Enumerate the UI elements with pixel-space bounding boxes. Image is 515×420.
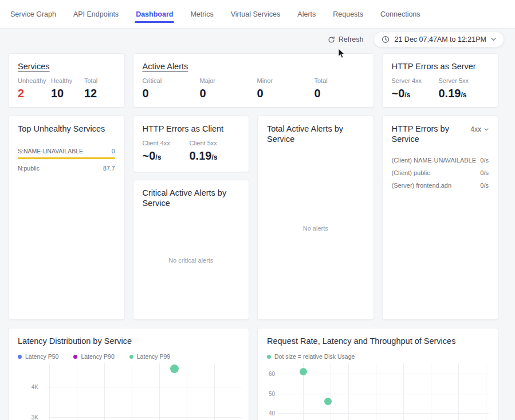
- request-rate-chart-title: Request Rate, Latency and Throughput of …: [267, 336, 489, 346]
- latency-legend: Latency P50 Latency P90 Latency P99: [18, 353, 239, 360]
- grid-line: [49, 387, 242, 387]
- total-alerts-card: Total Active Alerts by Service No alerts: [257, 116, 374, 320]
- services-card: Services Unhealthy 2 Healthy 10 Total 12: [8, 53, 125, 108]
- active-alerts-card: Active Alerts Critical 0 Major 0 Minor 0…: [133, 53, 374, 108]
- dashboard-page: Service Graph API Endpoints Dashboard Me…: [0, 0, 515, 420]
- stat-value-number: ~0: [392, 87, 405, 100]
- tab-metrics[interactable]: Metrics: [190, 0, 213, 28]
- tab-virtual-services[interactable]: Virtual Services: [231, 0, 281, 28]
- stat-value: 10: [51, 87, 84, 100]
- http-errors-server-title: HTTP Errors as Server: [392, 61, 489, 72]
- stat-client-4xx: Client 4xx ~0/s: [143, 140, 190, 163]
- stat-value-number: 0.19: [439, 87, 461, 100]
- stat-label: Minor: [257, 77, 314, 84]
- http-errors-server-stats: Server 4xx ~0/s Server 5xx 0.19/s: [392, 77, 489, 100]
- stat-client-5xx: Client 5xx 0.19/s: [190, 140, 237, 163]
- refresh-button[interactable]: Refresh: [328, 35, 364, 43]
- clock-icon: [382, 35, 390, 43]
- y-axis-tick: 3K: [18, 414, 38, 420]
- latency-chart: 4K 3K: [18, 363, 239, 420]
- http-errors-server-card: HTTP Errors as Server Server 4xx ~0/s Se…: [382, 53, 499, 108]
- request-rate-card: Request Rate, Latency and Throughput of …: [257, 328, 498, 420]
- stat-total-services: Total 12: [84, 77, 117, 100]
- service-rate: 0/s: [480, 169, 489, 176]
- stat-value: 0: [143, 87, 200, 100]
- card-header: HTTP Errors by Service 4xx: [392, 124, 489, 144]
- stat-value: 0.19/s: [190, 149, 237, 163]
- http-errors-client-stats: Client 4xx ~0/s Client 5xx 0.19/s: [143, 140, 240, 163]
- stat-server-4xx: Server 4xx ~0/s: [392, 77, 439, 100]
- y-axis-tick: 60: [267, 371, 275, 377]
- column-stack: HTTP Errors as Client Client 4xx ~0/s Cl…: [133, 116, 250, 320]
- scatter-point-p99[interactable]: [170, 364, 179, 373]
- stat-healthy: Healthy 10: [51, 77, 84, 100]
- stat-value-unit: /s: [404, 91, 410, 99]
- grid-lines: [49, 363, 242, 420]
- empty-state-text: No critical alerts: [143, 208, 240, 312]
- service-value: 87.7: [103, 165, 115, 172]
- stat-value: 0: [200, 87, 257, 100]
- grid-line: [278, 413, 489, 414]
- tab-dashboard[interactable]: Dashboard: [136, 0, 173, 28]
- critical-alerts-title: Critical Active Alerts by Service: [143, 188, 240, 208]
- request-rate-chart: 60 50 40: [267, 363, 489, 420]
- stat-value: 12: [84, 87, 117, 100]
- latency-chart-title: Latency Distribution by Service: [18, 336, 239, 346]
- stat-value-unit: /s: [211, 153, 217, 161]
- error-type-select[interactable]: 4xx: [470, 125, 489, 133]
- chevron-down-icon: [491, 38, 496, 41]
- list-item[interactable]: (Client) NAME-UNAVAILABLE 0/s: [392, 157, 489, 164]
- refresh-icon: [328, 36, 335, 43]
- top-unhealthy-card: Top Unhealthy Services S:NAME-UNAVAILABL…: [8, 116, 125, 320]
- tab-api-endpoints[interactable]: API Endpoints: [73, 0, 119, 28]
- legend-label: Latency P50: [25, 353, 58, 360]
- refresh-label: Refresh: [339, 35, 364, 43]
- grid-lines: [278, 363, 489, 420]
- http-errors-client-title: HTTP Errors as Client: [143, 124, 240, 134]
- stat-value-number: ~0: [143, 149, 156, 162]
- stat-value-number: 0.19: [190, 149, 212, 162]
- request-rate-plot-area: [278, 363, 489, 420]
- list-item[interactable]: (Server) frontend.adn 0/s: [392, 182, 489, 189]
- tab-requests[interactable]: Requests: [333, 0, 363, 28]
- time-range-selector[interactable]: 21 Dec 07:47AM to 12:21PM: [374, 31, 504, 47]
- stat-value-unit: /s: [461, 91, 466, 99]
- stat-label: Total: [84, 77, 117, 84]
- total-alerts-title: Total Active Alerts by Service: [267, 124, 364, 144]
- service-name: (Client) NAME-UNAVAILABLE: [392, 157, 477, 164]
- legend-item-p99[interactable]: Latency P99: [129, 353, 170, 360]
- list-item[interactable]: N:public 87.7: [18, 165, 115, 172]
- scatter-point[interactable]: [300, 368, 307, 375]
- scatter-point[interactable]: [324, 398, 332, 405]
- list-item[interactable]: (Client) public 0/s: [392, 169, 489, 176]
- service-name: (Client) public: [392, 169, 430, 176]
- unhealthy-bar: [18, 157, 115, 159]
- stat-label: Unhealthy: [18, 77, 51, 84]
- grid-line: [278, 374, 489, 374]
- service-name: (Server) frontend.adn: [392, 182, 452, 189]
- stat-value: ~0/s: [143, 149, 190, 163]
- tab-service-graph[interactable]: Service Graph: [10, 0, 56, 28]
- stat-label: Client 5xx: [190, 140, 237, 146]
- tab-alerts[interactable]: Alerts: [297, 0, 316, 28]
- http-errors-by-service-card: HTTP Errors by Service 4xx (Client) NAME…: [382, 116, 499, 320]
- stat-major: Major 0: [200, 77, 257, 100]
- stat-label: Server 4xx: [392, 77, 439, 84]
- services-card-title: Services: [18, 61, 115, 72]
- legend-label: Dot size = relative Disk Usage: [274, 353, 355, 360]
- empty-state-text: No alerts: [267, 144, 364, 312]
- list-item[interactable]: S:NAME-UNAVAILABLE 0: [18, 148, 115, 154]
- select-value: 4xx: [470, 125, 481, 133]
- toolbar: Refresh 21 Dec 07:47AM to 12:21PM: [0, 29, 515, 50]
- legend-dot: [73, 355, 77, 359]
- legend-item-p50[interactable]: Latency P50: [18, 353, 58, 360]
- tab-connections[interactable]: Connections: [380, 0, 420, 28]
- y-axis-tick: 4K: [18, 384, 38, 390]
- active-alerts-stats: Critical 0 Major 0 Minor 0 Total 0: [143, 77, 364, 100]
- stat-total-alerts: Total 0: [314, 77, 372, 100]
- top-nav: Service Graph API Endpoints Dashboard Me…: [0, 0, 515, 29]
- http-errors-by-service-title: HTTP Errors by Service: [392, 124, 466, 144]
- legend-item-p90[interactable]: Latency P90: [73, 353, 114, 360]
- latency-distribution-card: Latency Distribution by Service Latency …: [8, 328, 249, 420]
- http-errors-by-service-list: (Client) NAME-UNAVAILABLE 0/s (Client) p…: [392, 157, 489, 189]
